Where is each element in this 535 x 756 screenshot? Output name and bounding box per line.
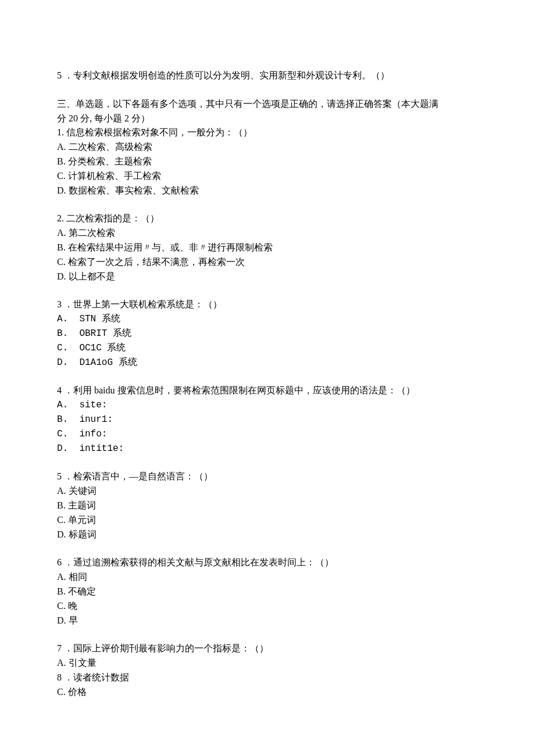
mc-q2-option-c: C. 检索了一次之后，结果不满意，再检索一次 (57, 255, 483, 270)
mc-q1-stem: 1. 信息检索根据检索对象不同，一般分为：（） (57, 126, 483, 140)
mc-q1-option-c: C. 计算机检索、手工检索 (57, 169, 483, 184)
mc-q3-stem: 3 ．世界上第一大联机检索系统是：（） (57, 298, 483, 312)
mc-q7-option-b: 8 ．读者统计数据 (57, 671, 483, 685)
mc-q5-option-b: B. 主题词 (57, 499, 483, 513)
mc-q4-option-b: B. inur1: (57, 413, 483, 427)
mc-q2-option-a: A. 第二次检索 (57, 226, 483, 241)
mc-q5-option-c: C. 单元词 (57, 513, 483, 528)
tf-q5-text: 5 ．专利文献根据发明创造的性质可以分为发明、实用新型和外观设计专利。（） (57, 69, 483, 83)
mc-question-3: 3 ．世界上第一大联机检索系统是：（） A. STN 系统 B. OBRIT 系… (57, 298, 483, 370)
mc-q6-option-a: A. 相同 (57, 570, 483, 585)
mc-q3-option-d: D. D1A1oG 系统 (57, 356, 483, 370)
mc-q5-option-d: D. 标题词 (57, 528, 483, 542)
mc-q6-stem: 6 ．通过追溯检索获得的相关文献与原文献相比在发表时间上：（） (57, 556, 483, 570)
mc-question-2: 2. 二次检索指的是：（） A. 第二次检索 B. 在检索结果中运用〃与、或、非… (57, 212, 483, 284)
mc-q3-option-a: A. STN 系统 (57, 312, 483, 327)
mc-q6-option-d: D. 早 (57, 614, 483, 628)
mc-q7-option-a: A. 引文量 (57, 656, 483, 671)
mc-q1-option-b: B. 分类检索、主题检索 (57, 155, 483, 169)
mc-q1-option-d: D. 数据检索、事实检索、文献检索 (57, 184, 483, 198)
mc-q3-option-c: C. OC1C 系统 (57, 341, 483, 356)
mc-q4-option-c: C. info: (57, 427, 483, 442)
mc-q1-option-a: A. 二次检索、高级检索 (57, 140, 483, 155)
mc-q5-stem: 5 ．检索语言中，—是自然语言：（） (57, 470, 483, 484)
section-3-header-block: 三、单选题，以下各题有多个选项，其中只有一个选项是正确的，请选择正确答案（本大题… (57, 97, 483, 198)
tf-question-5: 5 ．专利文献根据发明创造的性质可以分为发明、实用新型和外观设计专利。（） (57, 69, 483, 83)
mc-q2-option-b: B. 在检索结果中运用〃与、或、非〃进行再限制检索 (57, 241, 483, 255)
mc-question-4: 4 ．利用 baidu 搜索信息时，要将检索范围限制在网页标题中，应该使用的语法… (57, 384, 483, 456)
mc-question-7: 7 ．国际上评价期刊最有影响力的一个指标是：（） A. 引文量 8 ．读者统计数… (57, 642, 483, 699)
mc-q3-option-b: B. OBRIT 系统 (57, 327, 483, 341)
mc-q4-stem: 4 ．利用 baidu 搜索信息时，要将检索范围限制在网页标题中，应该使用的语法… (57, 384, 483, 398)
mc-q6-option-c: C. 晚 (57, 599, 483, 614)
mc-q7-option-c: C. 价格 (57, 685, 483, 700)
mc-q4-option-a: A. site: (57, 398, 483, 413)
mc-question-5: 5 ．检索语言中，—是自然语言：（） A. 关键词 B. 主题词 C. 单元词 … (57, 470, 483, 542)
mc-q2-stem: 2. 二次检索指的是：（） (57, 212, 483, 226)
mc-q6-option-b: B. 不确定 (57, 585, 483, 599)
mc-q2-option-d: D. 以上都不是 (57, 270, 483, 284)
mc-q4-option-d: D. intit1e: (57, 442, 483, 456)
mc-question-6: 6 ．通过追溯检索获得的相关文献与原文献相比在发表时间上：（） A. 相同 B.… (57, 556, 483, 628)
section-3-header-line1: 三、单选题，以下各题有多个选项，其中只有一个选项是正确的，请选择正确答案（本大题… (57, 97, 483, 112)
section-3-header-line2: 分 20 分, 每小题 2 分） (57, 112, 483, 126)
mc-q7-stem: 7 ．国际上评价期刊最有影响力的一个指标是：（） (57, 642, 483, 656)
mc-q5-option-a: A. 关键词 (57, 484, 483, 499)
